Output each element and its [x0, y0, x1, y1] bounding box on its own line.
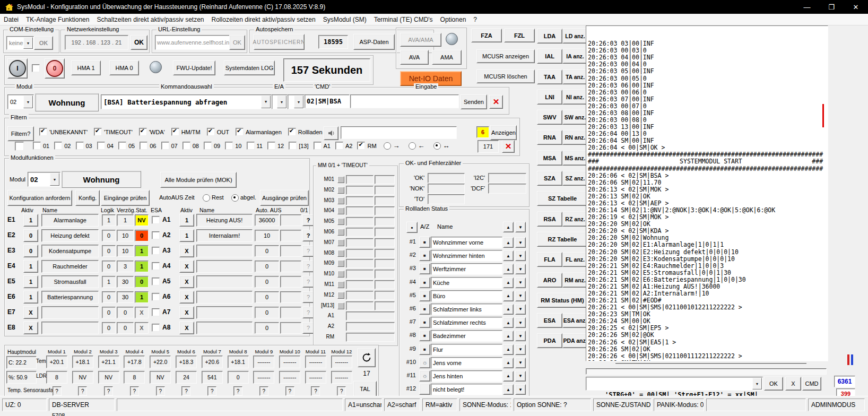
a-aktiv-button[interactable]: X [179, 260, 194, 273]
radio[interactable] [409, 142, 416, 150]
e-logik-field[interactable]: 0 [102, 245, 116, 257]
ip-address-field[interactable]: 192 . 168 . 123 . 21 [65, 35, 128, 50]
command-button[interactable]: RNA [537, 130, 562, 145]
rollladen-az-button[interactable]: ■ [419, 290, 430, 301]
e-name-field[interactable]: Rauchmelder [41, 260, 99, 273]
command-button[interactable]: PDA [537, 333, 562, 348]
e-aktiv-button[interactable]: 1 [23, 275, 38, 288]
esa-checkbox[interactable] [152, 324, 160, 332]
rollladen-down-button[interactable]: ▼ [515, 264, 526, 274]
command-anzeigen-button[interactable]: ESA anz. [562, 313, 588, 328]
url-field[interactable]: www.aufenvenne.selfhost.in [155, 35, 230, 50]
module-sensor-status[interactable]: ? [285, 386, 294, 396]
checkbox[interactable] [357, 142, 365, 150]
asp-daten-button[interactable]: ASP-Daten [353, 34, 395, 50]
menu-item[interactable]: Rollozeiten direkt aktiv/passiv setzen [208, 16, 319, 23]
command-anzeigen-button[interactable]: RM anz. [562, 273, 588, 288]
checkbox[interactable] [204, 142, 212, 150]
menu-item[interactable]: Schaltzeiten direkt aktiv/passiv setzen [93, 16, 207, 23]
checkbox[interactable] [335, 142, 343, 150]
e-aktiv-button[interactable]: X [23, 306, 38, 319]
rollladen-name-field[interactable]: Jens vorne [431, 357, 502, 369]
checkbox[interactable] [288, 128, 296, 136]
module-sensor-status[interactable]: ? [78, 386, 87, 396]
ea-select-2[interactable] [288, 94, 305, 109]
a-toggle-button[interactable]: ? [302, 261, 314, 272]
command-button[interactable]: ARO [537, 273, 562, 288]
anzeigen-button[interactable]: Anzeigen [490, 125, 517, 140]
hma1-button[interactable]: HMA 1 [71, 60, 101, 75]
a-name-field[interactable]: Internalarm! [196, 229, 253, 242]
command-button[interactable]: LDA [537, 29, 562, 44]
rollladen-down-button[interactable]: ▼ [515, 250, 526, 261]
command-button[interactable]: RM Status (HM) [537, 293, 588, 308]
fwu-update-button[interactable]: FWU-Update! [173, 60, 215, 75]
terminal-input[interactable] [586, 377, 763, 391]
checkbox[interactable] [118, 142, 126, 150]
rollladen-name-field[interactable]: Schlafzimmer links [431, 304, 502, 315]
e-aktiv-button[interactable]: 1 [23, 291, 38, 304]
command-button[interactable]: SZ Tabelle [537, 191, 588, 206]
a-aktiv-button[interactable]: 1 [179, 214, 194, 227]
rollladen-down-button[interactable]: ▼ [515, 304, 526, 315]
command-button[interactable]: RSA [537, 212, 562, 227]
command-button[interactable]: SWV [537, 110, 562, 125]
chevron-down-icon[interactable] [277, 96, 287, 108]
module-sensor-status[interactable]: ? [130, 386, 139, 396]
e-name-field[interactable] [41, 322, 99, 334]
command-anzeigen-button[interactable]: PDA anz. [562, 333, 588, 348]
terminal-ok-button[interactable]: OK [764, 377, 783, 391]
command-anzeigen-button[interactable]: IA anz. [562, 49, 588, 64]
command-anzeigen-button[interactable]: RN anz. [562, 130, 588, 145]
rollladen-az-button[interactable]: ■ [419, 263, 430, 274]
terminal-log[interactable]: 20:26:03 03|00|INF20:26:03 00|03|020:26:… [586, 25, 828, 361]
esa-checkbox[interactable] [152, 216, 160, 224]
command-button[interactable]: RZ Tabelle [537, 232, 588, 247]
e-aktiv-button[interactable]: 0 [23, 245, 38, 257]
e-aktiv-button[interactable]: 0 [23, 229, 38, 242]
rollladen-down-button[interactable]: ▼ [515, 344, 526, 355]
chevron-down-icon[interactable] [261, 96, 271, 108]
e-logik-field[interactable]: 0 [102, 307, 116, 318]
a-name-field[interactable] [196, 306, 253, 319]
kommando-clear-button[interactable]: ✕ [489, 95, 503, 109]
checkbox[interactable] [94, 128, 102, 136]
command-anzeigen-button[interactable]: SZ anz. [562, 171, 588, 186]
checkbox[interactable] [97, 142, 105, 150]
command-button[interactable]: FLA [537, 252, 562, 267]
checkbox[interactable] [267, 142, 275, 150]
e-verzoeg-field[interactable]: 30 [117, 291, 134, 303]
command-button[interactable]: SZA [537, 171, 562, 186]
filter-module-item[interactable]: 03 [76, 142, 92, 150]
direction-radio-item[interactable]: → [384, 142, 400, 150]
e-logik-field[interactable]: 0 [102, 291, 116, 303]
a-toggle-button[interactable]: ? [302, 307, 314, 318]
e-name-field[interactable] [41, 306, 99, 319]
rollladen-down-button[interactable]: ▼ [515, 384, 526, 395]
direction-radio-item[interactable]: ← [409, 142, 425, 150]
esa-checkbox[interactable] [152, 262, 160, 270]
filter-checkbox-item[interactable]: 'UNBEKANNT' [39, 128, 88, 136]
checkbox[interactable] [76, 142, 84, 150]
a-name-field[interactable] [196, 322, 253, 334]
rollladen-down-button[interactable]: ▼ [515, 291, 526, 301]
a-aktiv-button[interactable]: X [179, 291, 194, 304]
minimize-button[interactable]: — [795, 0, 819, 14]
rollladen-up-button[interactable]: ▲ [503, 237, 514, 248]
a-aktiv-button[interactable]: X [179, 275, 194, 288]
rollladen-up-button[interactable]: ▲ [503, 317, 514, 328]
filter-checkbox-item[interactable]: HM/TM [171, 128, 201, 136]
checkbox[interactable] [289, 142, 297, 150]
filter-checkbox-item[interactable]: Alarmanlagen [236, 128, 282, 136]
command-anzeigen-button[interactable]: MS anz. [562, 151, 588, 166]
e-verzoeg-field[interactable]: 30 [117, 276, 134, 288]
filter-clear-button[interactable]: ✕ [502, 140, 515, 153]
module-sensor-status[interactable]: ? [337, 386, 346, 396]
filter-input[interactable] [341, 126, 457, 139]
e-logik-field[interactable]: 0 [102, 261, 116, 272]
filter-module-item[interactable]: 04 [97, 142, 114, 150]
rollladen-name-field[interactable]: Flur [431, 344, 502, 356]
e-logik-field[interactable]: 0 [102, 230, 116, 241]
url-ok-button[interactable]: OK [229, 35, 245, 50]
autosave-button[interactable]: AUTOSPEICHERN [254, 34, 305, 50]
